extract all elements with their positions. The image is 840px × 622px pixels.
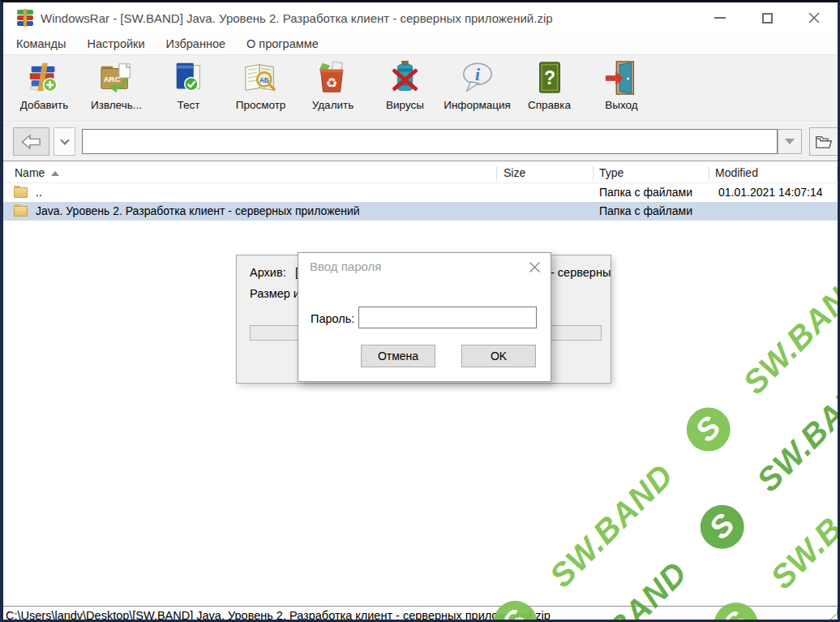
- minimize-button[interactable]: [696, 2, 744, 33]
- dialog-close-button[interactable]: [527, 260, 542, 274]
- virus-icon: [387, 59, 424, 97]
- virus-button[interactable]: Вирусы: [369, 59, 441, 118]
- size-line-fragment: Размер исходных: [250, 287, 300, 300]
- address-bar: [3, 122, 838, 161]
- menu-commands[interactable]: Команды: [8, 35, 74, 53]
- svg-text:АБ: АБ: [259, 76, 268, 84]
- menu-favorites[interactable]: Избранное: [158, 35, 234, 53]
- add-button[interactable]: Добавить: [8, 59, 80, 118]
- archive-path-input[interactable]: [82, 129, 778, 154]
- toolbar-label: Удалить: [312, 99, 354, 111]
- info-button[interactable]: i Информация: [441, 59, 513, 118]
- column-header-name[interactable]: Name: [15, 166, 59, 179]
- chevron-down-icon: [60, 135, 69, 144]
- folder-icon: [14, 204, 28, 217]
- toolbar-label: Добавить: [20, 99, 69, 111]
- toolbar-label: Извлечь...: [91, 99, 142, 111]
- delete-button[interactable]: ♻ Удалить: [297, 59, 369, 118]
- close-button[interactable]: [791, 2, 838, 33]
- window-title: WindowsRar - [SW.BAND] Java. Уровень 2. …: [41, 11, 553, 25]
- minimize-icon: [714, 17, 726, 19]
- toolbar-label: Тест: [178, 99, 200, 111]
- exit-button[interactable]: Выход: [585, 59, 658, 118]
- file-list-header: Name Size Type Modified: [3, 164, 838, 183]
- column-header-type[interactable]: Type: [599, 166, 624, 179]
- ok-button[interactable]: OK: [461, 345, 536, 367]
- delete-icon: ♻: [315, 59, 352, 97]
- toolbar-label: Просмотр: [236, 99, 286, 111]
- view-button[interactable]: АБ Просмотр: [225, 59, 297, 118]
- extract-button[interactable]: ARC Извлечь...: [80, 59, 152, 118]
- toolbar-label: Информация: [444, 99, 511, 111]
- help-icon: ?: [531, 59, 568, 97]
- password-input[interactable]: [358, 307, 537, 328]
- sort-ascending-icon: [51, 171, 59, 176]
- test-button[interactable]: Тест: [152, 59, 225, 118]
- browse-folder-button[interactable]: [809, 127, 838, 156]
- svg-text:♻: ♻: [325, 75, 337, 91]
- svg-text:?: ?: [543, 67, 555, 88]
- resize-grip[interactable]: [826, 613, 836, 622]
- address-dropdown-button[interactable]: [778, 129, 802, 154]
- archive-label: Архив:: [250, 266, 286, 279]
- menu-about[interactable]: О программе: [238, 35, 327, 53]
- title-bar: WindowsRar - [SW.BAND] Java. Уровень 2. …: [3, 2, 838, 33]
- add-icon: [26, 59, 63, 97]
- password-label: Пароль:: [311, 312, 354, 325]
- svg-text:ARC: ARC: [103, 75, 120, 84]
- extract-icon: ARC: [98, 59, 135, 97]
- winrar-window: WindowsRar - [SW.BAND] Java. Уровень 2. …: [0, 0, 840, 622]
- toolbar: Добавить ARC Извлечь... Тест: [3, 54, 838, 122]
- info-icon: i: [459, 59, 496, 97]
- status-bar: C:\Users\landv\Desktop\[SW.BAND] Java. У…: [3, 606, 838, 622]
- toolbar-label: Справка: [528, 99, 571, 111]
- menu-bar: Команды Настройки Избранное О программе: [3, 33, 838, 54]
- back-button[interactable]: [13, 127, 49, 156]
- maximize-button[interactable]: [744, 2, 791, 33]
- help-button[interactable]: ? Справка: [513, 59, 585, 118]
- winrar-app-icon: [17, 10, 33, 26]
- cancel-button[interactable]: Отмена: [361, 345, 435, 367]
- archive-value-right-fragment: - серверных: [551, 266, 611, 279]
- view-icon: АБ: [242, 59, 280, 97]
- back-history-dropdown[interactable]: [54, 127, 75, 156]
- column-header-size[interactable]: Size: [504, 166, 525, 179]
- folder-icon: [14, 186, 28, 198]
- password-dialog: Ввод пароля Пароль: Отмена OK: [298, 252, 551, 382]
- archive-path-status: C:\Users\landv\Desktop\[SW.BAND] Java. У…: [6, 609, 551, 622]
- close-icon: [529, 261, 541, 273]
- menu-settings[interactable]: Настройки: [79, 35, 152, 53]
- test-icon: [170, 59, 208, 97]
- close-icon: [808, 12, 820, 24]
- toolbar-label: Вирусы: [386, 99, 424, 111]
- exit-icon: [603, 59, 641, 97]
- back-arrow-icon: [21, 134, 42, 150]
- table-row-java-folder[interactable]: Java. Уровень 2. Разработка клиент - сер…: [3, 202, 838, 221]
- dialog-title: Ввод пароля: [310, 260, 381, 273]
- folder-icon: [815, 135, 833, 149]
- column-header-modified[interactable]: Modified: [715, 166, 758, 179]
- toolbar-label: Выход: [605, 99, 637, 111]
- table-row-parent-dir[interactable]: .. Папка с файлами 01.01.2021 14:07:14: [3, 183, 838, 202]
- dropdown-arrow-icon: [785, 139, 795, 144]
- maximize-icon: [762, 13, 773, 24]
- svg-text:i: i: [475, 65, 480, 84]
